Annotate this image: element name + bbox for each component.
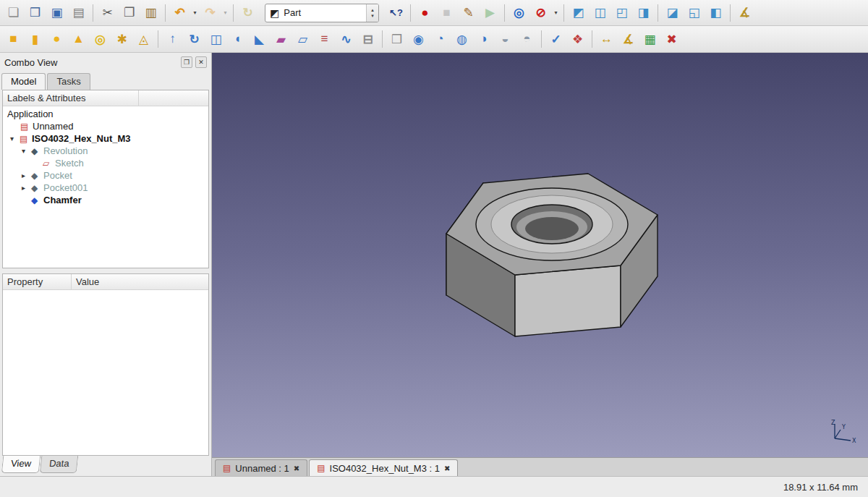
separator bbox=[158, 30, 158, 48]
print-button[interactable]: ▤ bbox=[68, 3, 89, 23]
part-box-button[interactable]: ■ bbox=[3, 29, 24, 49]
close-tab-icon[interactable]: ✖ bbox=[294, 464, 299, 472]
tree-item-unnamed[interactable]: ▤ Unnamed bbox=[3, 120, 208, 132]
macro-play-button[interactable]: ▶ bbox=[480, 3, 501, 23]
expander-icon[interactable]: ▸ bbox=[22, 171, 31, 179]
tree-item-label: Chamfer bbox=[43, 195, 82, 205]
workbench-selector[interactable]: ◩ Part ▴ ▾ bbox=[265, 4, 379, 22]
property-header: Property Value bbox=[3, 274, 208, 290]
draw-style-dropdown[interactable]: ▾ bbox=[552, 3, 560, 23]
view-top-button[interactable]: ◰ bbox=[611, 3, 632, 23]
hex-nut-model[interactable] bbox=[212, 53, 867, 457]
part-shapebuilder-button[interactable]: ◬ bbox=[133, 29, 154, 49]
view-front-button[interactable]: ◫ bbox=[590, 3, 610, 23]
paste-button[interactable]: ▥ bbox=[140, 3, 161, 23]
separator bbox=[504, 4, 505, 22]
float-panel-button[interactable]: ❐ bbox=[181, 56, 192, 68]
part-union-button[interactable]: ◍ bbox=[451, 29, 472, 49]
measure-toggle-all-button[interactable]: ▦ bbox=[639, 29, 660, 49]
measure-clear-all-button[interactable]: ✖ bbox=[661, 29, 682, 49]
value-column-header[interactable]: Value bbox=[72, 274, 208, 289]
view-axonometric-button[interactable]: ◩ bbox=[568, 3, 589, 23]
tree-item-label: Unnamed bbox=[33, 121, 73, 132]
part-ruledsurface-button[interactable]: ▱ bbox=[292, 29, 313, 49]
part-refine-shape-button[interactable]: ❖ bbox=[567, 29, 588, 49]
tree-item-revolution[interactable]: ▾ ◆ Revolution bbox=[3, 145, 208, 157]
expander-icon[interactable]: ▸ bbox=[22, 184, 31, 192]
view-right-button[interactable]: ◨ bbox=[633, 3, 654, 23]
view-bottom-button[interactable]: ◱ bbox=[684, 3, 705, 23]
3d-viewport[interactable]: Z Y X bbox=[212, 53, 868, 457]
part-section-button[interactable]: ⊟ bbox=[357, 29, 378, 49]
doc-tab-unnamed[interactable]: ▤ Unnamed : 1 ✖ bbox=[215, 459, 307, 476]
copy-button[interactable]: ❐ bbox=[119, 3, 140, 23]
part-sphere-button[interactable]: ● bbox=[46, 29, 67, 49]
part-mirror-button[interactable]: ◫ bbox=[205, 29, 226, 49]
measure-angular-button[interactable]: ∡ bbox=[618, 29, 639, 49]
doc-tab-iso4032[interactable]: ▤ ISO4032_Hex_Nut_M3 : 1 ✖ bbox=[309, 459, 458, 476]
document-icon: ▤ bbox=[223, 463, 231, 473]
whats-this-button[interactable]: ↖? bbox=[386, 3, 407, 23]
close-panel-button[interactable]: ✕ bbox=[195, 56, 207, 68]
cut-button[interactable]: ✂ bbox=[97, 3, 118, 23]
tree-item-pocket001[interactable]: ▸ ◆ Pocket001 bbox=[3, 182, 208, 194]
part-revolve-button[interactable]: ↻ bbox=[184, 29, 205, 49]
tree-item-pocket[interactable]: ▸ ◆ Pocket bbox=[3, 169, 208, 182]
macro-edit-button[interactable]: ✎ bbox=[458, 3, 479, 23]
measure-linear-button[interactable]: ↔ bbox=[596, 29, 617, 49]
tree-item-sketch[interactable]: ▱ Sketch bbox=[3, 157, 208, 169]
tree-item-application[interactable]: Application bbox=[3, 108, 208, 120]
macro-record-button[interactable]: ● bbox=[414, 3, 435, 23]
part-cut-button[interactable]: ◔ bbox=[430, 29, 451, 49]
part-chamfer-button[interactable]: ◣ bbox=[249, 29, 270, 49]
workbench-spinner[interactable]: ▴ ▾ bbox=[366, 4, 378, 22]
tree-item-label: Revolution bbox=[43, 145, 88, 156]
refresh-button[interactable]: ↻ bbox=[237, 3, 258, 23]
expander-icon[interactable]: ▾ bbox=[22, 147, 31, 155]
part-boolean-button[interactable]: ◉ bbox=[408, 29, 429, 49]
part-makeface-button[interactable]: ▰ bbox=[271, 29, 292, 49]
tab-data[interactable]: Data bbox=[40, 456, 79, 473]
tab-view[interactable]: View bbox=[1, 456, 41, 473]
part-fillet-button[interactable]: ◖ bbox=[227, 29, 248, 49]
part-cone-button[interactable]: ▲ bbox=[68, 29, 89, 49]
part-extrude-button[interactable]: ↑ bbox=[162, 29, 183, 49]
macro-stop-button[interactable]: ■ bbox=[436, 3, 457, 23]
part-torus-button[interactable]: ◎ bbox=[90, 29, 111, 49]
draw-style-button[interactable]: ⊘ bbox=[530, 3, 551, 23]
part-loft-button[interactable]: ≡ bbox=[314, 29, 335, 49]
document-tabs: ▤ Unnamed : 1 ✖ ▤ ISO4032_Hex_Nut_M3 : 1… bbox=[212, 457, 868, 476]
undo-button[interactable]: ↶ bbox=[169, 3, 190, 23]
redo-dropdown[interactable]: ▾ bbox=[221, 3, 229, 23]
part-connect-button[interactable]: ◒ bbox=[495, 29, 516, 49]
property-list-empty bbox=[3, 290, 208, 455]
save-button[interactable]: ▣ bbox=[46, 3, 67, 23]
redo-button[interactable]: ↷ bbox=[200, 3, 221, 23]
part-primitives-button[interactable]: ✱ bbox=[111, 29, 132, 49]
expander-icon[interactable]: ▾ bbox=[10, 135, 20, 143]
view-rear-button[interactable]: ◪ bbox=[662, 3, 683, 23]
undo-dropdown[interactable]: ▾ bbox=[191, 3, 199, 23]
view-fit-all-button[interactable]: ◎ bbox=[509, 3, 529, 23]
close-tab-icon[interactable]: ✖ bbox=[444, 464, 450, 472]
part-sweep-button[interactable]: ∿ bbox=[336, 29, 357, 49]
view-left-button[interactable]: ◧ bbox=[705, 3, 726, 23]
document-tab-label: Unnamed : 1 bbox=[235, 463, 289, 474]
measure-distance-button[interactable]: ∡ bbox=[734, 3, 755, 23]
part-check-geometry-button[interactable]: ✓ bbox=[545, 29, 566, 49]
part-cylinder-button[interactable]: ▮ bbox=[25, 29, 46, 49]
property-editor: Property Value bbox=[2, 273, 209, 456]
open-document-button[interactable]: ❒ bbox=[25, 3, 46, 23]
tab-tasks[interactable]: Tasks bbox=[47, 73, 90, 90]
tree-item-icon: ▤ bbox=[20, 122, 33, 132]
part-split-button[interactable]: ◓ bbox=[516, 29, 537, 49]
separator bbox=[658, 4, 658, 22]
tree-header-label: Labels & Attributes bbox=[3, 90, 139, 106]
property-column-header[interactable]: Property bbox=[3, 274, 72, 289]
new-document-button[interactable]: ❏ bbox=[3, 3, 24, 23]
tree-item-iso4032-hex-nut-m3[interactable]: ▾ ▤ ISO4032_Hex_Nut_M3 bbox=[3, 132, 208, 145]
tree-item-chamfer[interactable]: ◆ Chamfer bbox=[3, 194, 208, 206]
part-compound-button[interactable]: ❒ bbox=[386, 29, 407, 49]
part-common-button[interactable]: ◑ bbox=[473, 29, 494, 49]
tab-model[interactable]: Model bbox=[1, 73, 46, 90]
